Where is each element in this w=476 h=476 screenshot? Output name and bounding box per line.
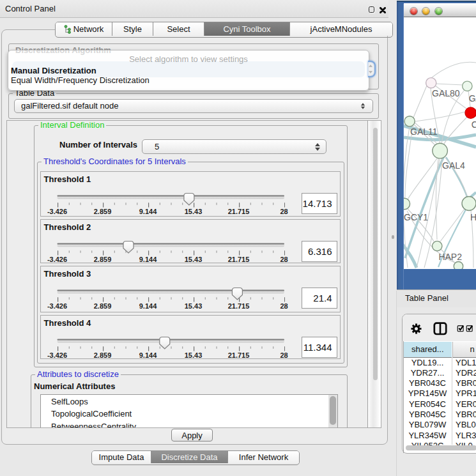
svg-text:C: C — [472, 119, 476, 130]
svg-text:21.715: 21.715 — [227, 302, 249, 309]
svg-text:GAL80: GAL80 — [432, 88, 460, 98]
svg-text:GCY1: GCY1 — [404, 212, 428, 222]
svg-text:9.144: 9.144 — [139, 255, 157, 263]
svg-text:9.144: 9.144 — [139, 302, 157, 309]
svg-text:15.43: 15.43 — [184, 255, 202, 263]
svg-text:9.144: 9.144 — [139, 351, 157, 358]
svg-text:2.859: 2.859 — [93, 207, 111, 215]
svg-text:28: 28 — [280, 255, 288, 263]
svg-text:28: 28 — [280, 351, 288, 358]
svg-text:21.715: 21.715 — [227, 255, 249, 263]
svg-text:GAL11: GAL11 — [410, 127, 438, 137]
svg-text:-3.426: -3.426 — [47, 302, 66, 309]
svg-text:15.43: 15.43 — [184, 207, 202, 215]
svg-text:GA: GA — [469, 93, 476, 104]
svg-text:H: H — [470, 212, 476, 222]
svg-text:GAL4: GAL4 — [442, 160, 465, 171]
svg-text:2.859: 2.859 — [93, 351, 111, 358]
svg-text:-3.426: -3.426 — [47, 351, 66, 358]
svg-text:-3.426: -3.426 — [47, 255, 66, 263]
svg-text:15.43: 15.43 — [184, 351, 202, 358]
svg-text:28: 28 — [280, 207, 288, 215]
svg-text:9.144: 9.144 — [139, 207, 157, 215]
svg-text:2.859: 2.859 — [93, 255, 111, 263]
svg-text:2.859: 2.859 — [93, 302, 111, 309]
svg-text:28: 28 — [280, 302, 288, 309]
svg-text:21.715: 21.715 — [227, 351, 249, 358]
svg-text:HAP2: HAP2 — [438, 252, 462, 262]
svg-text:15.43: 15.43 — [184, 302, 202, 309]
svg-text:21.715: 21.715 — [227, 207, 249, 215]
svg-text:-3.426: -3.426 — [47, 207, 66, 215]
